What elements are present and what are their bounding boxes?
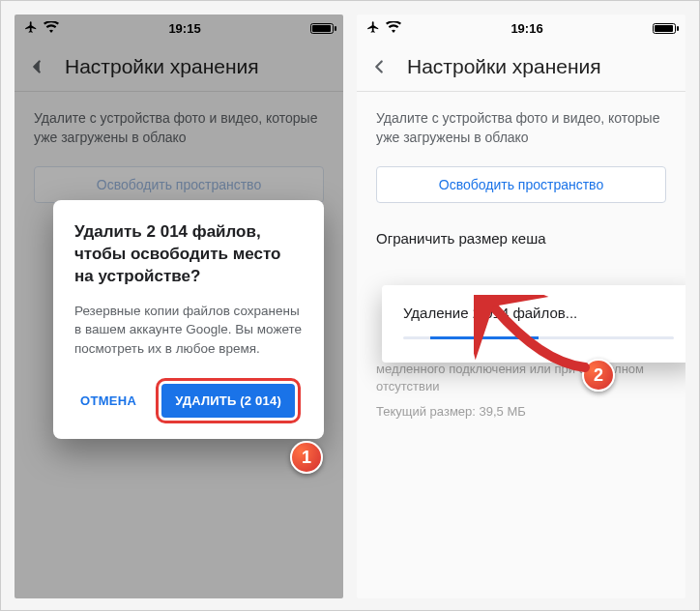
freeup-button[interactable]: Освободить пространство [376, 166, 666, 203]
delete-button[interactable]: УДАЛИТЬ (2 014) [161, 384, 295, 418]
back-icon[interactable] [368, 56, 390, 77]
status-time: 19:16 [510, 21, 542, 36]
annotation-badge-2: 2 [582, 359, 615, 392]
dialog-body: Резервные копии файлов сохранены в вашем… [74, 302, 303, 359]
cache-current-size: Текущий размер: 39,5 МБ [357, 398, 685, 424]
confirm-dialog: Удалить 2 014 файлов, чтобы освободить м… [53, 200, 324, 439]
highlight-frame: УДАЛИТЬ (2 014) [156, 378, 301, 423]
dialog-title: Удалить 2 014 файлов, чтобы освободить м… [74, 221, 303, 288]
nav-header: Настройки хранения [357, 42, 685, 92]
tutorial-composite: 19:15 Настройки хранения Удалите с устро… [0, 0, 700, 611]
battery-icon [653, 23, 676, 34]
dialog-actions: ОТМЕНА УДАЛИТЬ (2 014) [74, 378, 303, 423]
toast-text: Удаление 2 014 файлов... [403, 305, 674, 321]
wifi-icon [386, 21, 401, 36]
page-title: Настройки хранения [407, 55, 601, 78]
progress-toast: Удаление 2 014 файлов... [382, 285, 685, 363]
cancel-button[interactable]: ОТМЕНА [74, 386, 142, 416]
progress-bar [430, 336, 539, 339]
status-bar: 19:16 [357, 15, 685, 42]
phone-left: 19:15 Настройки хранения Удалите с устро… [15, 15, 343, 598]
progress-track [403, 336, 674, 339]
annotation-badge-1: 1 [290, 441, 323, 474]
cache-section-title: Ограничить размер кеша [357, 220, 685, 250]
phone-right: 19:16 Настройки хранения Удалите с устро… [357, 15, 685, 598]
cache-desc: медленного подключения или при его полно… [357, 357, 685, 397]
airplane-icon [366, 20, 380, 37]
freeup-description: Удалите с устройства фото и видео, котор… [357, 92, 685, 160]
